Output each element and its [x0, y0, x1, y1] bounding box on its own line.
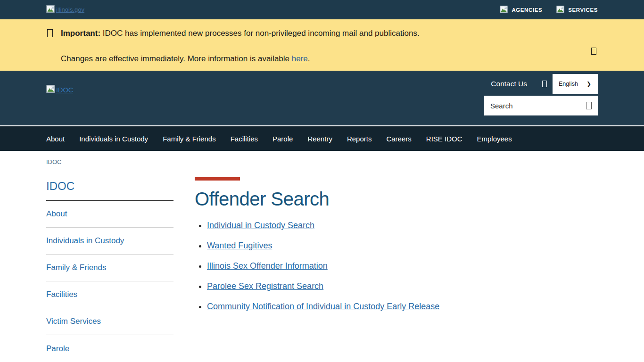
parolee-sex-registrant-search-link[interactable]: Parolee Sex Registrant Search	[207, 281, 323, 291]
search-box	[484, 96, 598, 115]
alert-message: Important: IDOC has implemented new proc…	[61, 28, 420, 64]
agencies-link[interactable]: AGENCIES	[500, 6, 542, 14]
header-right-tools: Contact Us English ❯	[484, 74, 598, 115]
language-label: English	[559, 81, 578, 87]
alert-important-label: Important:	[61, 29, 100, 38]
individual-in-custody-search-link[interactable]: Individual in Custody Search	[207, 221, 314, 230]
nav-item-reports[interactable]: Reports	[347, 135, 372, 143]
alert-line2: Changes are effective immediately. More …	[61, 54, 420, 64]
sidebar-item-parole[interactable]: Parole	[46, 335, 173, 362]
list-item: Individual in Custody Search	[207, 221, 439, 230]
sidebar-item-victim-services[interactable]: Victim Services	[46, 308, 173, 335]
alert-close-icon[interactable]	[591, 48, 596, 55]
primary-nav: About Individuals in Custody Family & Fr…	[0, 125, 644, 151]
language-selector[interactable]: English ❯	[553, 74, 598, 94]
nav-item-facilities[interactable]: Facilities	[231, 135, 258, 143]
nav-item-rise-idoc[interactable]: RISE IDOC	[426, 135, 462, 143]
nav-item-reentry[interactable]: Reentry	[307, 135, 332, 143]
illinois-gov-logo-link[interactable]: illinois.gov	[46, 5, 84, 15]
title-accent-bar	[195, 177, 240, 181]
nav-item-careers[interactable]: Careers	[386, 135, 411, 143]
header-tools-row: Contact Us English ❯	[491, 74, 598, 94]
nav-item-parole[interactable]: Parole	[272, 135, 293, 143]
illinois-sex-offender-information-link[interactable]: Illinois Sex Offender Information	[207, 261, 328, 271]
nav-item-family-friends[interactable]: Family & Friends	[163, 135, 216, 143]
top-utility-bar: illinois.gov AGENCIES	[0, 0, 644, 19]
breadcrumb: IDOC	[0, 151, 644, 166]
sidebar-item-about[interactable]: About	[46, 201, 173, 228]
globe-icon[interactable]	[542, 81, 547, 87]
search-input[interactable]	[490, 102, 586, 110]
contact-us-link[interactable]: Contact Us	[491, 80, 527, 88]
alert-line1: Important: IDOC has implemented new proc…	[61, 28, 420, 38]
broken-image-icon	[500, 6, 508, 14]
sidebar-item-facilities[interactable]: Facilities	[46, 281, 173, 308]
more-information-link[interactable]: here	[292, 54, 308, 63]
list-item: Parolee Sex Registrant Search	[207, 281, 439, 291]
breadcrumb-idoc[interactable]: IDOC	[46, 158, 62, 165]
page-title: Offender Search	[195, 189, 439, 210]
search-icon[interactable]	[586, 102, 592, 109]
alert-banner: Important: IDOC has implemented new proc…	[0, 19, 644, 71]
sidebar-item-family-friends[interactable]: Family & Friends	[46, 255, 173, 281]
main-content: Offender Search Individual in Custody Se…	[195, 177, 439, 322]
illinois-gov-alt-text: illinois.gov	[56, 6, 84, 13]
nav-item-about[interactable]: About	[46, 135, 65, 143]
offender-search-links: Individual in Custody Search Wanted Fugi…	[195, 221, 439, 312]
wanted-fugitives-link[interactable]: Wanted Fugitives	[207, 241, 272, 250]
content-area: IDOC About Individuals in Custody Family…	[0, 166, 644, 362]
idoc-logo-link[interactable]: IDOC	[46, 85, 73, 95]
nav-item-employees[interactable]: Employees	[477, 135, 512, 143]
services-link[interactable]: SERVICES	[556, 6, 598, 14]
community-notification-early-release-link[interactable]: Community Notification of Individual in …	[207, 302, 439, 311]
topbar-links: AGENCIES SERVICES	[500, 6, 598, 14]
alert-icon	[47, 29, 53, 37]
broken-image-icon	[46, 5, 55, 15]
agencies-label: AGENCIES	[512, 7, 542, 13]
sidebar-nav: IDOC About Individuals in Custody Family…	[46, 180, 173, 362]
broken-image-icon	[46, 85, 55, 95]
broken-image-icon	[556, 6, 564, 14]
site-header: IDOC Contact Us English ❯	[0, 71, 644, 125]
services-label: SERVICES	[568, 7, 598, 13]
idoc-alt-text: IDOC	[56, 86, 73, 94]
list-item: Community Notification of Individual in …	[207, 302, 439, 312]
list-item: Wanted Fugitives	[207, 241, 439, 251]
alert-row: Important: IDOC has implemented new proc…	[47, 28, 578, 64]
list-item: Illinois Sex Offender Information	[207, 261, 439, 271]
sidebar-item-idoc[interactable]: IDOC	[46, 180, 173, 201]
sidebar-item-individuals-in-custody[interactable]: Individuals in Custody	[46, 228, 173, 255]
nav-item-individuals-in-custody[interactable]: Individuals in Custody	[79, 135, 148, 143]
chevron-right-icon: ❯	[586, 81, 591, 87]
